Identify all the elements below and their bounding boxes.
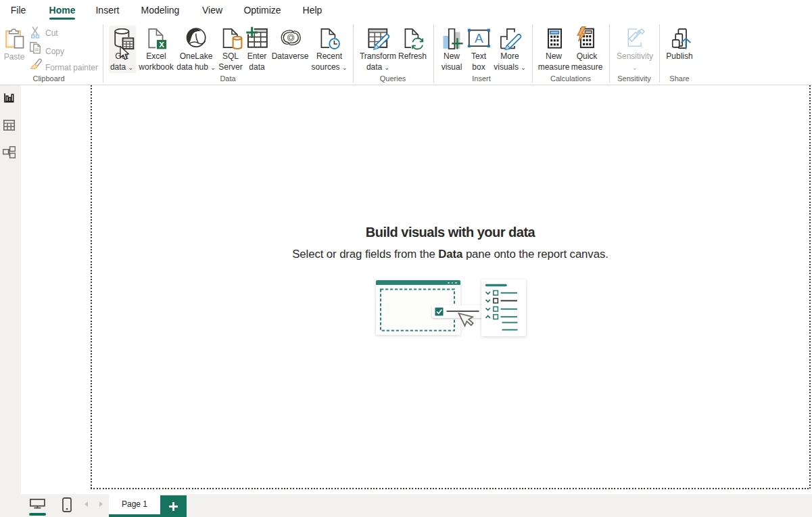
svg-text:A: A	[475, 31, 483, 45]
svg-text:X: X	[159, 40, 164, 48]
